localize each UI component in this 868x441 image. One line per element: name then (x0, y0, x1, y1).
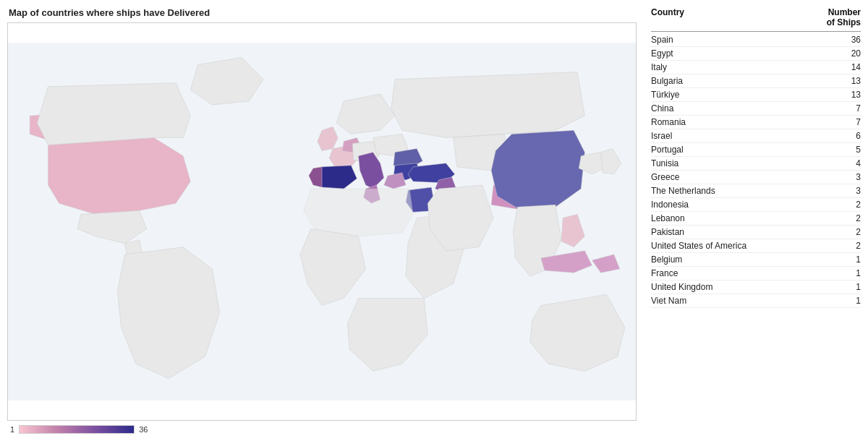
table-row: Türkiye13 (651, 88, 861, 102)
country-name: Viet Nam (651, 296, 839, 306)
table-row: Romania7 (651, 116, 861, 129)
table-row: Greece3 (651, 171, 861, 184)
country-name: Belgium (651, 254, 839, 265)
country-name: Pakistan (651, 227, 839, 237)
ship-count: 1 (839, 282, 861, 292)
country-name: United Kingdom (651, 282, 839, 292)
table-row: Italy14 (651, 61, 861, 74)
table-row: Egypt20 (651, 47, 861, 61)
ship-count: 13 (839, 90, 861, 100)
table-row: Pakistan2 (651, 226, 861, 239)
country-name: Egypt (651, 48, 839, 59)
country-name: Türkiye (651, 90, 839, 100)
table-row: United Kingdom1 (651, 281, 861, 294)
ship-count: 1 (839, 254, 861, 265)
table-row: Viet Nam1 (651, 294, 861, 308)
country-name: Italy (651, 62, 839, 72)
legend-container: 1 36 (7, 425, 637, 434)
country-name: Spain (651, 35, 839, 45)
map-section: Map of countries where ships have Delive… (7, 7, 637, 434)
ship-count: 7 (839, 117, 861, 127)
legend-gradient (19, 425, 135, 434)
header-country: Country (651, 7, 827, 28)
country-name: Tunisia (651, 158, 839, 168)
ship-count: 1 (839, 296, 861, 306)
country-name: United States of America (651, 241, 839, 251)
table-row: Bulgaria13 (651, 74, 861, 88)
table-body: Spain36Egypt20Italy14Bulgaria13Türkiye13… (651, 33, 861, 308)
legend-min: 1 (10, 425, 14, 434)
country-name: Bulgaria (651, 76, 839, 86)
main-container: Map of countries where ships have Delive… (0, 0, 868, 441)
map-title: Map of countries where ships have Delive… (7, 7, 637, 18)
ship-count: 14 (839, 62, 861, 72)
ship-count: 5 (839, 145, 861, 155)
table-row: Indonesia2 (651, 198, 861, 212)
table-row: Israel6 (651, 129, 861, 143)
world-map (8, 23, 636, 420)
ship-count: 13 (839, 76, 861, 86)
header-ships: Numberof Ships (827, 7, 861, 28)
table-row: Belgium1 (651, 253, 861, 267)
ship-count: 20 (839, 48, 861, 59)
ship-count: 6 (839, 131, 861, 141)
country-name: Israel (651, 131, 839, 141)
ship-count: 36 (839, 35, 861, 45)
ship-count: 7 (839, 103, 861, 114)
usa-path (48, 137, 191, 214)
canada-path (37, 83, 190, 145)
table-row: Portugal5 (651, 143, 861, 157)
table-row: Spain36 (651, 33, 861, 47)
country-name: France (651, 268, 839, 278)
country-name: Romania (651, 117, 839, 127)
country-name: Portugal (651, 145, 839, 155)
table-row: China7 (651, 102, 861, 116)
table-row: The Netherlands3 (651, 184, 861, 198)
ship-count: 2 (839, 241, 861, 251)
ship-count: 4 (839, 158, 861, 168)
map-wrapper (7, 22, 637, 421)
table-row: France1 (651, 267, 861, 281)
legend-max: 36 (139, 425, 148, 434)
ship-count: 3 (839, 172, 861, 182)
ship-count: 2 (839, 227, 861, 237)
ship-count: 2 (839, 200, 861, 210)
table-row: United States of America2 (651, 239, 861, 253)
table-row: Lebanon2 (651, 212, 861, 226)
country-name: China (651, 103, 839, 114)
ship-count: 1 (839, 268, 861, 278)
table-header: Country Numberof Ships (651, 7, 861, 32)
country-name: The Netherlands (651, 186, 839, 196)
country-name: Lebanon (651, 213, 839, 223)
country-name: Greece (651, 172, 839, 182)
table-section: Country Numberof Ships Spain36Egypt20Ita… (637, 7, 861, 434)
country-name: Indonesia (651, 200, 839, 210)
table-row: Tunisia4 (651, 157, 861, 171)
ship-count: 2 (839, 213, 861, 223)
ship-count: 3 (839, 186, 861, 196)
